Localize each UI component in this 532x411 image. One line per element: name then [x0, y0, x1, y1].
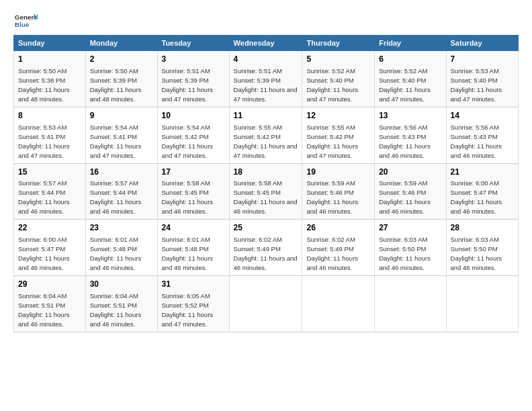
day-number: 17 — [162, 167, 225, 178]
day-cell: 6 Sunrise: 5:52 AMSunset: 5:40 PMDayligh… — [375, 51, 446, 107]
column-header-saturday: Saturday — [446, 36, 518, 51]
week-row-4: 22 Sunrise: 6:00 AMSunset: 5:47 PMDaylig… — [14, 220, 519, 276]
day-info: Sunrise: 5:55 AMSunset: 5:42 PMDaylight:… — [306, 124, 358, 159]
day-info: Sunrise: 6:04 AMSunset: 5:51 PMDaylight:… — [90, 292, 142, 328]
day-info: Sunrise: 5:50 AMSunset: 5:38 PMDaylight:… — [18, 67, 70, 103]
day-info: Sunrise: 6:00 AMSunset: 5:47 PMDaylight:… — [451, 179, 502, 215]
day-number: 12 — [306, 110, 370, 122]
day-number: 14 — [451, 110, 514, 122]
day-number: 24 — [162, 222, 225, 234]
day-cell: 12 Sunrise: 5:55 AMSunset: 5:42 PMDaylig… — [302, 107, 375, 163]
day-number: 13 — [379, 110, 441, 122]
column-header-thursday: Thursday — [302, 36, 375, 51]
day-info: Sunrise: 6:02 AMSunset: 5:49 PMDaylight:… — [234, 236, 298, 271]
day-cell: 19 Sunrise: 5:59 AMSunset: 5:46 PMDaylig… — [302, 163, 375, 220]
day-info: Sunrise: 5:51 AMSunset: 5:39 PMDaylight:… — [234, 67, 298, 103]
day-cell: 22 Sunrise: 6:00 AMSunset: 5:47 PMDaylig… — [14, 220, 86, 276]
day-cell: 16 Sunrise: 5:57 AMSunset: 5:44 PMDaylig… — [85, 163, 157, 220]
day-number: 5 — [306, 54, 370, 65]
day-cell: 25 Sunrise: 6:02 AMSunset: 5:49 PMDaylig… — [229, 220, 302, 276]
day-info: Sunrise: 5:52 AMSunset: 5:40 PMDaylight:… — [379, 67, 431, 103]
day-number: 9 — [90, 110, 153, 122]
day-number: 18 — [234, 167, 298, 178]
day-number: 3 — [162, 54, 225, 65]
day-cell — [446, 276, 518, 332]
day-cell: 10 Sunrise: 5:54 AMSunset: 5:42 PMDaylig… — [157, 107, 229, 163]
day-info: Sunrise: 6:02 AMSunset: 5:49 PMDaylight:… — [306, 236, 358, 271]
week-row-2: 8 Sunrise: 5:53 AMSunset: 5:41 PMDayligh… — [14, 107, 519, 163]
calendar-body: 1 Sunrise: 5:50 AMSunset: 5:38 PMDayligh… — [14, 51, 519, 332]
day-number: 15 — [18, 167, 81, 178]
day-info: Sunrise: 5:51 AMSunset: 5:39 PMDaylight:… — [162, 67, 214, 103]
day-cell: 2 Sunrise: 5:50 AMSunset: 5:39 PMDayligh… — [85, 51, 157, 107]
day-info: Sunrise: 5:56 AMSunset: 5:43 PMDaylight:… — [451, 124, 502, 159]
day-cell: 1 Sunrise: 5:50 AMSunset: 5:38 PMDayligh… — [14, 51, 86, 107]
column-header-sunday: Sunday — [14, 36, 86, 51]
day-info: Sunrise: 6:03 AMSunset: 5:50 PMDaylight:… — [451, 236, 502, 271]
day-info: Sunrise: 5:55 AMSunset: 5:42 PMDaylight:… — [234, 124, 298, 159]
day-cell: 23 Sunrise: 6:01 AMSunset: 5:48 PMDaylig… — [85, 220, 157, 276]
day-info: Sunrise: 5:53 AMSunset: 5:41 PMDaylight:… — [18, 124, 70, 159]
column-header-wednesday: Wednesday — [229, 36, 302, 51]
day-number: 31 — [162, 279, 225, 290]
week-row-3: 15 Sunrise: 5:57 AMSunset: 5:44 PMDaylig… — [14, 163, 519, 220]
day-number: 6 — [379, 54, 441, 65]
day-number: 30 — [90, 279, 153, 290]
day-number: 4 — [234, 54, 298, 65]
day-cell: 27 Sunrise: 6:03 AMSunset: 5:50 PMDaylig… — [375, 220, 446, 276]
column-header-monday: Monday — [85, 36, 157, 51]
day-info: Sunrise: 5:59 AMSunset: 5:46 PMDaylight:… — [379, 179, 431, 215]
day-cell: 31 Sunrise: 6:05 AMSunset: 5:52 PMDaylig… — [157, 276, 229, 332]
day-info: Sunrise: 6:05 AMSunset: 5:52 PMDaylight:… — [162, 292, 214, 328]
day-cell: 14 Sunrise: 5:56 AMSunset: 5:43 PMDaylig… — [446, 107, 518, 163]
day-number: 16 — [90, 167, 153, 178]
day-info: Sunrise: 5:59 AMSunset: 5:46 PMDaylight:… — [306, 179, 358, 215]
day-cell: 5 Sunrise: 5:52 AMSunset: 5:40 PMDayligh… — [302, 51, 375, 107]
day-cell: 15 Sunrise: 5:57 AMSunset: 5:44 PMDaylig… — [14, 163, 86, 220]
day-info: Sunrise: 6:01 AMSunset: 5:48 PMDaylight:… — [90, 236, 142, 271]
day-info: Sunrise: 5:52 AMSunset: 5:40 PMDaylight:… — [306, 67, 358, 103]
day-info: Sunrise: 5:57 AMSunset: 5:44 PMDaylight:… — [18, 179, 70, 215]
calendar-table: SundayMondayTuesdayWednesdayThursdayFrid… — [13, 35, 519, 332]
day-number: 26 — [306, 222, 370, 234]
svg-text:Blue: Blue — [15, 21, 30, 28]
day-number: 29 — [18, 279, 81, 290]
day-number: 25 — [234, 222, 298, 234]
day-cell: 20 Sunrise: 5:59 AMSunset: 5:46 PMDaylig… — [375, 163, 446, 220]
day-number: 19 — [306, 167, 370, 178]
day-info: Sunrise: 5:58 AMSunset: 5:45 PMDaylight:… — [234, 179, 298, 215]
day-cell: 13 Sunrise: 5:56 AMSunset: 5:43 PMDaylig… — [375, 107, 446, 163]
day-number: 28 — [451, 222, 514, 234]
week-row-1: 1 Sunrise: 5:50 AMSunset: 5:38 PMDayligh… — [14, 51, 519, 107]
day-info: Sunrise: 5:54 AMSunset: 5:41 PMDaylight:… — [90, 124, 142, 159]
day-number: 2 — [90, 54, 153, 65]
day-cell: 30 Sunrise: 6:04 AMSunset: 5:51 PMDaylig… — [85, 276, 157, 332]
week-row-5: 29 Sunrise: 6:04 AMSunset: 5:51 PMDaylig… — [14, 276, 519, 332]
day-cell: 3 Sunrise: 5:51 AMSunset: 5:39 PMDayligh… — [157, 51, 229, 107]
day-cell — [375, 276, 446, 332]
day-info: Sunrise: 5:58 AMSunset: 5:45 PMDaylight:… — [162, 179, 214, 215]
day-cell: 18 Sunrise: 5:58 AMSunset: 5:45 PMDaylig… — [229, 163, 302, 220]
day-info: Sunrise: 5:56 AMSunset: 5:43 PMDaylight:… — [379, 124, 431, 159]
day-cell: 8 Sunrise: 5:53 AMSunset: 5:41 PMDayligh… — [14, 107, 86, 163]
day-cell: 4 Sunrise: 5:51 AMSunset: 5:39 PMDayligh… — [229, 51, 302, 107]
day-cell: 11 Sunrise: 5:55 AMSunset: 5:42 PMDaylig… — [229, 107, 302, 163]
day-number: 20 — [379, 167, 441, 178]
column-header-tuesday: Tuesday — [157, 36, 229, 51]
day-cell — [229, 276, 302, 332]
logo: General Blue — [13, 11, 38, 30]
day-cell — [302, 276, 375, 332]
day-number: 8 — [18, 110, 81, 122]
day-cell: 29 Sunrise: 6:04 AMSunset: 5:51 PMDaylig… — [14, 276, 86, 332]
calendar-header-row: SundayMondayTuesdayWednesdayThursdayFrid… — [14, 36, 519, 51]
day-number: 10 — [162, 110, 225, 122]
day-info: Sunrise: 5:57 AMSunset: 5:44 PMDaylight:… — [90, 179, 142, 215]
day-number: 21 — [451, 167, 514, 178]
day-number: 11 — [234, 110, 298, 122]
day-info: Sunrise: 5:53 AMSunset: 5:40 PMDaylight:… — [451, 67, 502, 103]
day-cell: 28 Sunrise: 6:03 AMSunset: 5:50 PMDaylig… — [446, 220, 518, 276]
day-cell: 17 Sunrise: 5:58 AMSunset: 5:45 PMDaylig… — [157, 163, 229, 220]
day-number: 27 — [379, 222, 441, 234]
day-cell: 24 Sunrise: 6:01 AMSunset: 5:48 PMDaylig… — [157, 220, 229, 276]
day-info: Sunrise: 5:54 AMSunset: 5:42 PMDaylight:… — [162, 124, 214, 159]
